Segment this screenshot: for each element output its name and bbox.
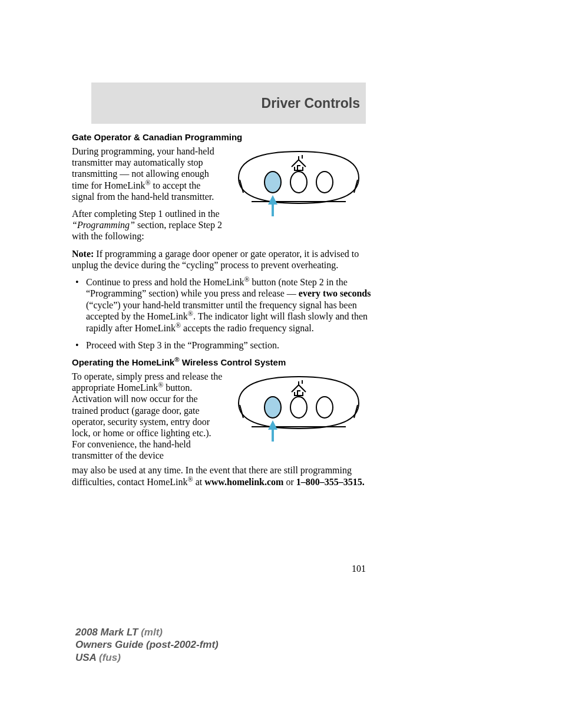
text-span: After completing Step 1 outlined in the	[72, 209, 220, 219]
text-span: or	[283, 477, 296, 487]
body-content: Gate Operator & Canadian Programming Dur…	[72, 130, 366, 493]
list-item: Proceed with Step 3 in the “Programming”…	[86, 340, 381, 351]
para-operating-2: may also be used at any time. In the eve…	[72, 465, 366, 487]
para-note: Note: If programming a garage door opene…	[72, 248, 366, 271]
subheading-gate-operator: Gate Operator & Canadian Programming	[72, 132, 366, 142]
svg-point-11	[265, 397, 281, 418]
text-span: If programming a garage door opener or g…	[72, 249, 359, 270]
para-intro-1: During programming, your hand-held trans…	[72, 146, 225, 202]
text-bold: every two seconds	[299, 288, 371, 298]
section-header-title: Driver Controls	[262, 95, 360, 111]
text-span: Wireless Control System	[179, 357, 286, 367]
registered-mark: ®	[158, 381, 163, 389]
text-span: USA	[75, 652, 99, 663]
text-span: Continue to press and hold the HomeLink	[86, 277, 244, 287]
registered-mark: ®	[244, 275, 249, 284]
footer-block: 2008 Mark LT (mlt) Owners Guide (post-20…	[75, 626, 219, 664]
text-span: accepts the radio frequency signal.	[181, 323, 314, 333]
text-span: (fus)	[99, 652, 121, 663]
text-span: (mlt)	[141, 627, 163, 638]
para-intro-2: After completing Step 1 outlined in the …	[72, 208, 225, 242]
text-span: Operating the HomeLink	[72, 357, 174, 367]
svg-point-3	[265, 172, 281, 193]
homelink-figure-1	[228, 146, 369, 216]
svg-point-4	[290, 172, 307, 193]
para-operating-1: To operate, simply press and release the…	[72, 371, 225, 462]
homelink-phone: 1–800–355–3515.	[296, 477, 365, 487]
footer-line-1: 2008 Mark LT (mlt)	[75, 626, 219, 638]
note-label: Note:	[72, 249, 94, 259]
homelink-figure-2	[228, 371, 369, 442]
homelink-svg-icon	[228, 146, 369, 216]
homelink-svg-icon	[228, 371, 369, 442]
text-italic: “Programming”	[72, 220, 135, 230]
homelink-url: www.homelink.com	[204, 477, 283, 487]
svg-marker-6	[268, 195, 277, 205]
svg-point-5	[316, 172, 333, 193]
footer-line-2: Owners Guide (post-2002-fmt)	[75, 638, 219, 651]
footer-line-3: USA (fus)	[75, 651, 219, 664]
page-number: 101	[352, 564, 366, 574]
registered-mark: ®	[188, 309, 193, 318]
svg-marker-14	[268, 420, 277, 430]
instruction-list: Continue to press and hold the HomeLink®…	[72, 276, 381, 351]
registered-mark: ®	[176, 321, 181, 330]
registered-mark: ®	[145, 178, 150, 186]
owners-guide-page: Driver Controls Gate Operator & Canadian…	[0, 0, 562, 728]
text-span: 2008 Mark LT	[75, 627, 141, 638]
subheading-operating: Operating the HomeLink® Wireless Control…	[72, 357, 366, 367]
section-header-bar: Driver Controls	[91, 83, 366, 124]
svg-point-12	[290, 397, 307, 418]
text-span: To operate, simply press and release the…	[72, 371, 222, 393]
text-span: at	[193, 477, 205, 487]
text-span: button. Activation will now occur for th…	[72, 383, 211, 460]
svg-point-13	[316, 397, 333, 418]
registered-mark: ®	[188, 475, 193, 483]
list-item: Continue to press and hold the HomeLink®…	[86, 276, 381, 334]
